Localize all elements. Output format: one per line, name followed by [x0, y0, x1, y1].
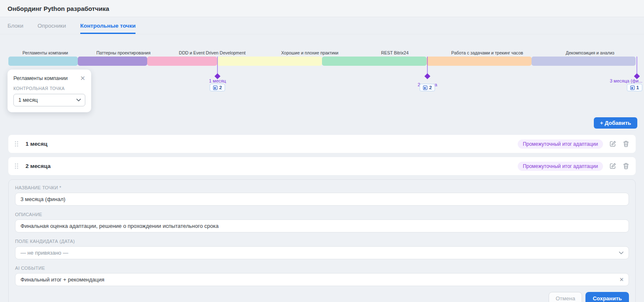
cancel-button[interactable]: Отмена — [549, 292, 583, 302]
checkpoint-list: 1 месяц Промежуточный итог адаптации 2 м… — [8, 135, 636, 175]
edit-button[interactable] — [609, 140, 616, 147]
page: Онбординг Python разработчика Блоки Опро… — [0, 0, 644, 302]
timeline-segment-praktiki[interactable] — [217, 57, 322, 66]
tab-checkpoints[interactable]: Контрольные точки — [80, 17, 135, 34]
checkpoint-select-value: 1 месяц — [18, 97, 38, 103]
checkpoint-name: 2 месяца — [26, 163, 51, 169]
block-checkpoint-popup: Регламенты компании ✕ КОНТРОЛЬНАЯ ТОЧКА … — [8, 70, 91, 112]
checkpoint-edit-form: НАЗВАНИЕ ТОЧКИ * ОПИСАНИЕ ПОЛЕ КАНДИДАТА… — [8, 179, 636, 302]
checkpoint-name: 1 месяц — [26, 141, 47, 147]
segment-label: Хорошие и плохие практики — [260, 50, 360, 56]
segment-label: Декомпозиция и анализ — [544, 50, 636, 56]
popup-header: Регламенты компании ✕ — [13, 75, 85, 81]
name-field[interactable] — [15, 193, 629, 206]
segment-label: DDD и Event Driven Development — [165, 50, 260, 56]
status-badge: Промежуточный итог адаптации — [518, 139, 603, 149]
add-checkpoint-button[interactable]: + Добавить — [594, 117, 637, 129]
tab-bar: Блоки Опросники Контрольные точки — [0, 17, 644, 34]
ai-event-field[interactable] — [15, 273, 629, 286]
candidate-date-field-label: ПОЛЕ КАНДИДАТА (ДАТА) — [15, 239, 629, 244]
survey-icon — [630, 85, 635, 90]
timeline-bar — [8, 57, 636, 66]
chevron-down-icon — [618, 246, 624, 259]
delete-button[interactable] — [623, 140, 629, 147]
timeline-segment-zadachi[interactable] — [427, 57, 532, 66]
delete-button[interactable] — [623, 163, 629, 170]
trash-icon — [623, 163, 629, 170]
marker-survey-chip[interactable]: 1 — [627, 84, 642, 91]
timeline-segment-reglamenty[interactable] — [8, 57, 78, 66]
drag-handle-icon[interactable] — [15, 163, 18, 169]
timeline: Регламенты компании Паттерны проектирова… — [8, 50, 636, 92]
form-actions: Отмена Сохранить — [15, 292, 629, 302]
candidate-date-select-value: — не привязано — — [20, 250, 68, 256]
popup-field-label: КОНТРОЛЬНАЯ ТОЧКА — [13, 86, 85, 91]
segment-label: Работа с задачами и трекинг часов — [430, 50, 544, 56]
timeline-segment-dekompozicia[interactable] — [532, 57, 636, 66]
marker-label: 1 месяц — [209, 78, 226, 83]
save-button[interactable]: Сохранить — [585, 292, 629, 302]
trash-icon — [623, 140, 629, 147]
candidate-date-select[interactable]: — не привязано — — [15, 246, 629, 259]
marker-survey-count: 1 — [636, 85, 639, 90]
marker-survey-count: 2 — [219, 85, 222, 90]
segment-label: REST Bitrix24 — [360, 50, 430, 56]
name-field-label: НАЗВАНИЕ ТОЧКИ * — [15, 185, 629, 190]
marker-label: 3 месяца (фи... — [610, 78, 642, 83]
edit-icon — [609, 140, 616, 147]
timeline-segment-rest[interactable] — [322, 57, 427, 66]
marker-line — [217, 57, 218, 75]
status-badge: Промежуточный итог адаптации — [518, 162, 603, 171]
marker-survey-chip[interactable]: 2 — [210, 84, 225, 91]
tab-blocks[interactable]: Блоки — [8, 17, 23, 34]
description-field-label: ОПИСАНИЕ — [15, 212, 629, 217]
close-icon[interactable]: ✕ — [80, 75, 85, 81]
checkpoint-select[interactable]: 1 месяц — [13, 94, 85, 106]
timeline-segment-ddd[interactable] — [147, 57, 217, 66]
survey-icon — [423, 85, 427, 90]
ai-event-field-label: AI СОБЫТИЕ — [15, 266, 629, 271]
timeline-labels: Регламенты компании Паттерны проектирова… — [8, 50, 636, 56]
edit-button[interactable] — [609, 163, 616, 170]
description-field[interactable] — [15, 219, 629, 232]
candidate-date-select-wrap: — не привязано — — [15, 246, 629, 259]
checkpoint-row-1[interactable]: 1 месяц Промежуточный итог адаптации — [8, 135, 636, 153]
marker-survey-count: 2 — [429, 85, 432, 90]
ai-event-field-wrap: ✕ — [15, 273, 629, 286]
marker-line — [636, 57, 637, 75]
drag-handle-icon[interactable] — [15, 141, 18, 147]
chevron-down-icon — [76, 98, 81, 102]
popup-title: Регламенты компании — [13, 75, 68, 81]
checkpoint-row-2[interactable]: 2 месяца Промежуточный итог адаптации — [8, 157, 636, 175]
app-header: Онбординг Python разработчика — [0, 0, 644, 17]
marker-line — [427, 57, 428, 75]
page-title: Онбординг Python разработчика — [8, 5, 109, 12]
segment-label: Паттерны проектирования — [82, 50, 164, 56]
add-row: + Добавить — [0, 117, 637, 129]
survey-icon — [213, 85, 217, 90]
timeline-segment-patterny[interactable] — [78, 57, 148, 66]
clear-icon[interactable]: ✕ — [619, 273, 624, 286]
marker-diamond-icon[interactable] — [424, 73, 430, 79]
segment-label: Регламенты компании — [8, 50, 82, 56]
edit-icon — [609, 163, 616, 170]
tab-surveys[interactable]: Опросники — [38, 17, 66, 34]
marker-survey-chip[interactable]: 2 — [419, 84, 435, 91]
